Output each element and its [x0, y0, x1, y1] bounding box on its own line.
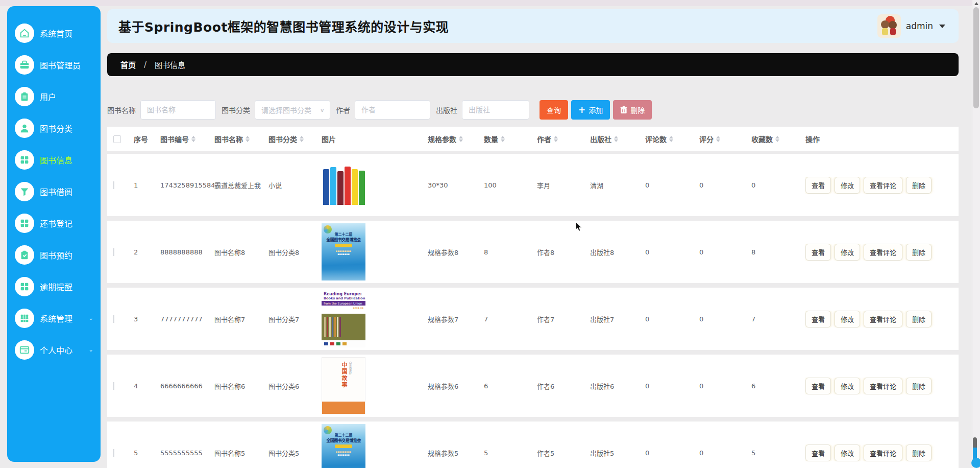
sidebar-item-book-category[interactable]: 图书分类 [7, 112, 101, 144]
book-cover-image: Reading Europe:Books and Publicationsfro… [322, 290, 365, 347]
sidebar-item-home[interactable]: 系统首页 [7, 17, 101, 49]
sidebar-item-system-management[interactable]: 系统管理 ⌄ [7, 302, 101, 334]
cell-book-id: 8888888888 [160, 248, 214, 256]
select-all-checkbox[interactable] [113, 135, 121, 143]
row-checkbox[interactable] [113, 181, 114, 189]
sort-carets-icon[interactable] [501, 136, 505, 142]
row-action-edit[interactable]: 修改 [835, 177, 860, 194]
plus-icon: + [578, 105, 585, 115]
sidebar-item-label: 系统首页 [40, 27, 72, 39]
book-name-input[interactable] [140, 100, 216, 120]
column-header-book-name[interactable]: 图书名称 [214, 134, 268, 144]
cell-actions: 查看修改查看评论删除 [805, 444, 959, 461]
sort-carets-icon[interactable] [300, 136, 304, 142]
username: admin [906, 21, 933, 31]
row-action-view[interactable]: 查看 [805, 311, 831, 327]
row-action-view[interactable]: 查看 [805, 244, 831, 261]
row-action-view-comments[interactable]: 查看评论 [864, 311, 902, 327]
cell-book-id: 5555555555 [160, 449, 214, 457]
column-header-comments[interactable]: 评论数 [645, 134, 699, 144]
scrollbar-thumb[interactable] [973, 7, 979, 108]
row-action-view-comments[interactable]: 查看评论 [864, 177, 902, 194]
briefcase-icon [15, 55, 34, 75]
column-header-quantity[interactable]: 数量 [484, 134, 537, 144]
row-action-view-comments[interactable]: 查看评论 [864, 444, 902, 461]
row-action-view[interactable]: 查看 [805, 378, 831, 394]
cell-index: 4 [134, 382, 160, 390]
row-action-edit[interactable]: 修改 [835, 311, 860, 327]
cell-image [322, 165, 428, 205]
column-header-publisher[interactable]: 出版社 [590, 134, 645, 144]
row-checkbox[interactable] [113, 449, 114, 457]
delete-button[interactable]: 删除 [613, 100, 652, 120]
search-button[interactable]: 查询 [540, 100, 568, 120]
row-checkbox[interactable] [113, 382, 114, 390]
sidebar-item-book-admin[interactable]: 图书管理员 [7, 49, 101, 81]
sort-carets-icon[interactable] [191, 136, 195, 142]
funnel-icon [15, 182, 34, 201]
column-header-author[interactable]: 作者 [537, 134, 590, 144]
scroll-up-arrow-icon[interactable] [974, 2, 978, 5]
cell-publisher: 出版社8 [590, 247, 645, 257]
row-action-edit[interactable]: 修改 [835, 378, 860, 394]
row-action-delete[interactable]: 删除 [906, 177, 932, 194]
sidebar-item-book-reserve[interactable]: 图书预约 [7, 239, 101, 271]
scrollbar-track[interactable] [972, 0, 980, 468]
cell-publisher: 出版社6 [590, 381, 645, 391]
cell-index: 5 [134, 449, 160, 457]
column-header-spec[interactable]: 规格参数 [428, 134, 484, 144]
sidebar-item-users[interactable]: 用户 [7, 81, 101, 112]
sidebar-item-personal-center[interactable]: 个人中心 ⌄ [7, 334, 101, 366]
cell-favorites: 5 [751, 449, 805, 457]
clipboard-icon [15, 87, 34, 106]
scroll-indicator-ball [971, 458, 980, 468]
book-name-label: 图书名称 [107, 105, 136, 115]
add-button[interactable]: +添加 [571, 100, 610, 120]
row-action-delete[interactable]: 删除 [906, 311, 932, 327]
author-input[interactable] [355, 100, 430, 120]
row-checkbox[interactable] [113, 315, 114, 323]
column-header-image: 图片 [322, 134, 428, 144]
sort-carets-icon[interactable] [669, 136, 673, 142]
sort-carets-icon[interactable] [459, 136, 463, 142]
row-action-delete[interactable]: 删除 [906, 244, 932, 261]
publisher-input[interactable] [462, 100, 529, 120]
sidebar: 系统首页 图书管理员 用户 图书分类 图书信息 图书借阅 还书登记 [7, 6, 101, 462]
sidebar-item-label: 图书管理员 [40, 59, 81, 71]
row-action-delete[interactable]: 删除 [906, 378, 932, 394]
row-action-delete[interactable]: 删除 [906, 444, 932, 461]
breadcrumb-home[interactable]: 首页 [120, 59, 136, 70]
sidebar-item-label: 用户 [40, 90, 56, 103]
cell-quantity: 8 [484, 248, 537, 256]
table-row: 2 8888888888 图书名称8 图书分类8 第二十二届全国图书交易博览会▪… [107, 221, 959, 283]
row-checkbox[interactable] [113, 248, 114, 256]
sort-carets-icon[interactable] [614, 136, 618, 142]
sidebar-item-overdue-reminder[interactable]: 逾期提醒 [7, 271, 101, 302]
column-header-actions: 操作 [805, 134, 959, 144]
sort-carets-icon[interactable] [246, 136, 250, 142]
sidebar-item-book-borrow[interactable]: 图书借阅 [7, 176, 101, 207]
book-category-select[interactable]: 请选择图书分类 ∨ [255, 100, 330, 120]
column-header-rating[interactable]: 评分 [699, 134, 751, 144]
cell-index: 2 [134, 248, 160, 256]
row-action-view-comments[interactable]: 查看评论 [864, 378, 902, 394]
row-action-view[interactable]: 查看 [805, 177, 831, 194]
cell-book-id: 7777777777 [160, 315, 214, 323]
filter-bar: 图书名称 图书分类 请选择图书分类 ∨ 作者 出版社 查询 +添加 删除 [107, 100, 959, 120]
cell-publisher: 清湖 [590, 180, 645, 190]
row-action-view[interactable]: 查看 [805, 444, 831, 461]
sort-carets-icon[interactable] [554, 136, 558, 142]
row-action-view-comments[interactable]: 查看评论 [864, 244, 902, 261]
sidebar-item-book-info[interactable]: 图书信息 [7, 144, 101, 176]
sidebar-item-return-register[interactable]: 还书登记 [7, 207, 101, 239]
column-header-book-id[interactable]: 图书编号 [160, 134, 214, 144]
user-menu[interactable]: admin [877, 14, 945, 38]
grid-3x3-icon [15, 309, 34, 328]
row-action-edit[interactable]: 修改 [835, 444, 860, 461]
sort-carets-icon[interactable] [775, 136, 779, 142]
sort-carets-icon[interactable] [716, 136, 720, 142]
cell-favorites: 8 [751, 248, 805, 256]
column-header-category[interactable]: 图书分类 [268, 134, 322, 144]
column-header-favorites[interactable]: 收藏数 [751, 134, 805, 144]
row-action-edit[interactable]: 修改 [835, 244, 860, 261]
